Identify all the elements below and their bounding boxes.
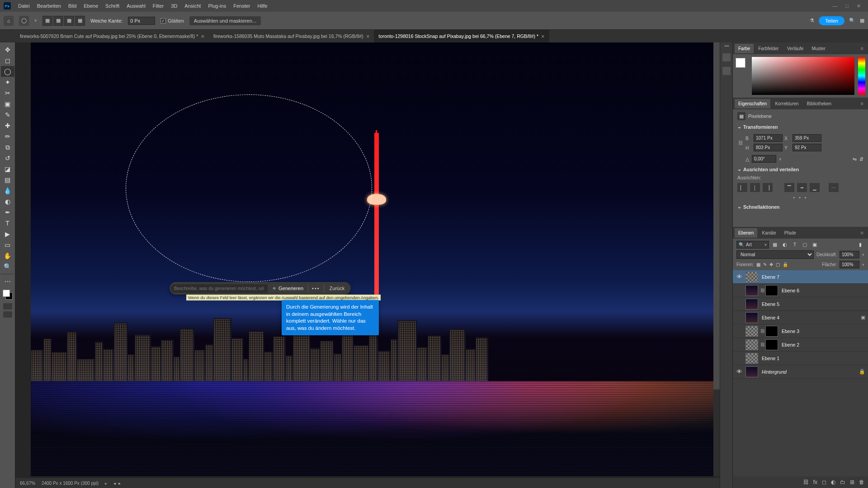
filter-toggle-icon[interactable]: ▮	[856, 240, 864, 249]
layer-thumbnail[interactable]	[745, 272, 758, 282]
screen-mode-icon[interactable]	[3, 311, 12, 318]
panel-tab-kanäle[interactable]: Kanäle	[758, 228, 779, 238]
layer-name[interactable]: Ebene 4	[760, 315, 861, 320]
width-input[interactable]	[754, 134, 783, 142]
align-vcenter-icon[interactable]: ━	[797, 183, 807, 192]
link-dimensions-icon[interactable]: ⛓	[737, 136, 744, 149]
filter-shape-icon[interactable]: ▢	[801, 240, 809, 249]
lock-all-icon[interactable]: 🔒	[783, 262, 788, 267]
share-button[interactable]: Teilen	[819, 16, 844, 25]
lock-pixels-icon[interactable]: ✎	[763, 262, 767, 267]
document-canvas[interactable]: ✧Generieren ••• Zurück Wenn du dieses Fe…	[31, 42, 720, 476]
lock-artboard-icon[interactable]: ▢	[776, 262, 780, 267]
new-layer-icon[interactable]: ⊞	[850, 479, 854, 485]
select-and-mask-button[interactable]: Auswählen und maskieren...	[189, 16, 261, 25]
fill-input[interactable]	[840, 261, 859, 268]
align-hcenter-icon[interactable]: │	[750, 183, 760, 192]
menu-ansicht[interactable]: Ansicht	[181, 1, 204, 10]
layer-name[interactable]: Ebene 5	[760, 301, 865, 307]
eraser-tool-icon[interactable]: ◪	[1, 164, 14, 174]
close-icon[interactable]: ✕	[857, 3, 861, 9]
vertical-scrollbar[interactable]	[713, 42, 720, 476]
panel-tab-bibliotheken[interactable]: Bibliotheken	[803, 99, 835, 108]
menu-bearbeiten[interactable]: Bearbeiten	[33, 1, 65, 10]
layer-row[interactable]: Ebene 5	[733, 297, 868, 311]
subtract-selection-icon[interactable]: ▦	[64, 16, 74, 26]
move-tool-icon[interactable]: ✥	[1, 44, 14, 55]
brush-tool-icon[interactable]: ✏	[1, 131, 14, 142]
layer-thumbnail[interactable]	[745, 339, 758, 350]
layer-thumbnail[interactable]	[745, 366, 758, 377]
eyedropper-tool-icon[interactable]: ✎	[1, 109, 14, 120]
generative-fill-prompt-input[interactable]	[170, 284, 268, 293]
layer-thumbnail[interactable]	[745, 353, 758, 364]
transform-section-header[interactable]: Transformieren	[737, 124, 863, 130]
visibility-toggle-icon[interactable]: 👁	[733, 368, 745, 375]
align-bottom-icon[interactable]: ▁	[810, 183, 820, 192]
flip-vertical-icon[interactable]: ⇵	[859, 156, 863, 162]
layer-row[interactable]: Ebene 1	[733, 352, 868, 365]
document-tab[interactable]: toronto-1298016 StockSnap auf Pixabay.jp…	[374, 30, 549, 42]
document-info[interactable]: 2400 Px x 1600 Px (300 ppi)	[42, 481, 99, 486]
zoom-level[interactable]: 66,67%	[20, 481, 35, 486]
height-input[interactable]	[754, 144, 783, 151]
layer-name[interactable]: Ebene 7	[760, 274, 865, 280]
menu-auswahl[interactable]: Auswahl	[123, 1, 149, 10]
panel-menu-icon[interactable]: ≡	[858, 46, 866, 51]
link-layers-icon[interactable]: ⛓	[803, 479, 809, 485]
magic-wand-tool-icon[interactable]: ✦	[1, 77, 14, 88]
lasso-tool-icon[interactable]: ◯	[1, 66, 14, 77]
pen-tool-icon[interactable]: ✒	[1, 207, 14, 218]
zoom-tool-icon[interactable]: 🔍	[1, 261, 14, 272]
clone-stamp-tool-icon[interactable]: ⧉	[1, 142, 14, 153]
shape-tool-icon[interactable]: ▭	[1, 239, 14, 250]
dodge-tool-icon[interactable]: ◐	[1, 196, 14, 207]
document-tab[interactable]: fireworks-5007820 Briam Cute auf Pixabay…	[15, 30, 209, 42]
crop-tool-icon[interactable]: ✂	[1, 88, 14, 99]
quick-actions-header[interactable]: Schnellaktionen	[737, 204, 863, 210]
menu-ebene[interactable]: Ebene	[80, 1, 102, 10]
close-tab-icon[interactable]: ×	[201, 33, 204, 40]
mask-link-icon[interactable]: ⛓	[760, 328, 765, 333]
healing-brush-tool-icon[interactable]: ✚	[1, 120, 14, 131]
tool-preset-icon[interactable]: ◯	[19, 16, 29, 26]
antialias-checkbox[interactable]: ✓Glätten	[160, 18, 184, 23]
angle-input[interactable]	[752, 155, 776, 163]
panel-tab-muster[interactable]: Muster	[808, 44, 829, 53]
lock-icon[interactable]: 🔒	[859, 369, 865, 375]
filter-type-icon[interactable]: T	[791, 240, 799, 249]
lock-transparency-icon[interactable]: ▦	[756, 262, 760, 267]
menu-datei[interactable]: Datei	[14, 1, 33, 10]
mask-link-icon[interactable]: ⛓	[760, 288, 765, 293]
add-selection-icon[interactable]: ▦	[53, 16, 63, 26]
layer-thumbnail[interactable]	[745, 326, 758, 337]
document-tab[interactable]: fireworks-1586035 Muto Masataka auf Pixa…	[209, 30, 374, 42]
collapsed-panel-icon[interactable]	[722, 53, 731, 61]
layer-row[interactable]: 👁Hintergrund🔒	[733, 365, 868, 379]
filter-smart-icon[interactable]: ▣	[811, 240, 819, 249]
flip-horizontal-icon[interactable]: ⇋	[853, 156, 857, 162]
layer-thumbnail[interactable]	[745, 299, 758, 310]
close-tab-icon[interactable]: ×	[541, 33, 545, 40]
history-brush-tool-icon[interactable]: ↺	[1, 153, 14, 164]
marquee-tool-icon[interactable]: ◻	[1, 55, 14, 66]
panel-tab-verläufe[interactable]: Verläufe	[783, 44, 807, 53]
layer-style-icon[interactable]: fx	[813, 479, 817, 485]
generate-button[interactable]: ✧Generieren	[268, 282, 308, 295]
minimize-icon[interactable]: —	[832, 3, 837, 9]
quick-mask-icon[interactable]	[3, 303, 12, 310]
menu-3d[interactable]: 3D	[167, 1, 181, 10]
layer-row[interactable]: ⛓Ebene 6	[733, 284, 868, 297]
panel-tab-korrekturen[interactable]: Korrekturen	[771, 99, 802, 108]
layer-mask-thumbnail[interactable]	[765, 339, 778, 350]
layer-mask-thumbnail[interactable]	[765, 326, 778, 337]
adjustment-layer-icon[interactable]: ◐	[831, 479, 835, 485]
layer-name[interactable]: Ebene 3	[780, 328, 865, 334]
new-group-icon[interactable]: 🗀	[840, 479, 845, 485]
layer-row[interactable]: Ebene 4▣	[733, 311, 868, 324]
align-more-dots[interactable]: • • •	[737, 195, 863, 200]
feather-input[interactable]	[128, 17, 155, 25]
foreground-background-colors[interactable]	[3, 290, 13, 300]
foreground-color-swatch[interactable]	[736, 58, 745, 68]
menu-bild[interactable]: Bild	[65, 1, 80, 10]
